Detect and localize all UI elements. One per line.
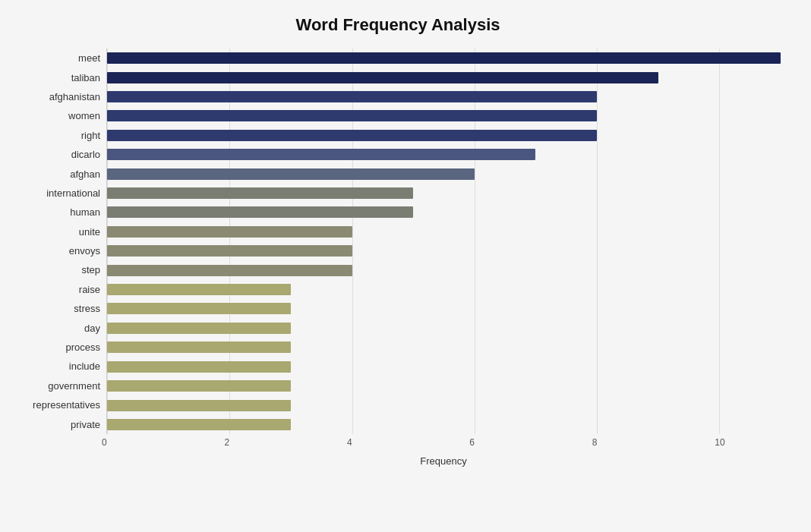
chart-container: Word Frequency Analysis meettalibanafgha… <box>0 0 811 532</box>
bars-section: meettalibanafghanistanwomenrightdicarloa… <box>15 49 781 434</box>
table-row <box>107 415 781 434</box>
table-row <box>107 145 781 164</box>
y-label: private <box>15 414 106 433</box>
table-row <box>107 357 781 376</box>
bar <box>107 323 291 334</box>
bar <box>107 265 352 276</box>
bar <box>107 245 352 257</box>
y-label: international <box>15 184 106 203</box>
y-label: unite <box>15 222 106 241</box>
x-tick: 2 <box>224 437 229 448</box>
table-row <box>107 260 781 279</box>
y-label: day <box>15 318 106 337</box>
y-labels: meettalibanafghanistanwomenrightdicarloa… <box>15 49 106 434</box>
bar <box>107 91 597 102</box>
y-label: process <box>15 338 106 357</box>
table-row <box>107 184 781 203</box>
table-row <box>107 87 781 106</box>
bar <box>107 303 291 314</box>
chart-area: meettalibanafghanistanwomenrightdicarloa… <box>15 49 781 467</box>
table-row <box>107 280 781 299</box>
chart-title: Word Frequency Analysis <box>15 15 781 35</box>
table-row <box>107 203 781 222</box>
bar <box>107 400 291 411</box>
table-row <box>107 164 781 183</box>
bar <box>107 149 535 160</box>
y-label: right <box>15 126 106 145</box>
bar <box>107 206 413 218</box>
bar <box>107 187 413 199</box>
y-label: afghanistan <box>15 87 106 106</box>
bar <box>107 361 291 373</box>
x-tick: 0 <box>102 437 107 448</box>
bar <box>107 72 658 83</box>
bar <box>107 110 597 121</box>
x-tick: 10 <box>715 437 724 448</box>
bar <box>107 342 291 353</box>
y-label: afghan <box>15 164 106 183</box>
table-row <box>107 222 781 241</box>
table-row <box>107 395 781 414</box>
y-label: taliban <box>15 68 106 87</box>
y-label: stress <box>15 299 106 318</box>
x-tick: 8 <box>592 437 598 448</box>
bar <box>107 52 781 64</box>
bar-rows <box>107 49 781 434</box>
table-row <box>107 376 781 395</box>
y-label: representatives <box>15 395 106 414</box>
table-row <box>107 49 781 68</box>
bar <box>107 168 475 180</box>
table-row <box>107 126 781 145</box>
table-row <box>107 106 781 125</box>
y-label: human <box>15 203 106 222</box>
table-row <box>107 319 781 338</box>
bar <box>107 130 597 141</box>
y-label: dicarlo <box>15 145 106 164</box>
y-label: meet <box>15 49 106 68</box>
x-tick: 4 <box>347 437 352 448</box>
bar <box>107 284 291 295</box>
y-label: women <box>15 106 106 125</box>
table-row <box>107 299 781 318</box>
table-row <box>107 241 781 260</box>
table-row <box>107 338 781 357</box>
table-row <box>107 68 781 87</box>
y-label: raise <box>15 280 106 299</box>
y-label: include <box>15 357 106 376</box>
y-label: step <box>15 260 106 279</box>
bar <box>107 226 352 238</box>
bar <box>107 419 291 430</box>
x-tick: 6 <box>469 437 475 448</box>
x-axis-label: Frequency <box>106 455 781 467</box>
bars-and-grid <box>106 49 781 434</box>
bar <box>107 380 291 392</box>
y-label: government <box>15 376 106 395</box>
y-label: envoys <box>15 241 106 260</box>
x-axis: 0246810 <box>106 437 781 452</box>
